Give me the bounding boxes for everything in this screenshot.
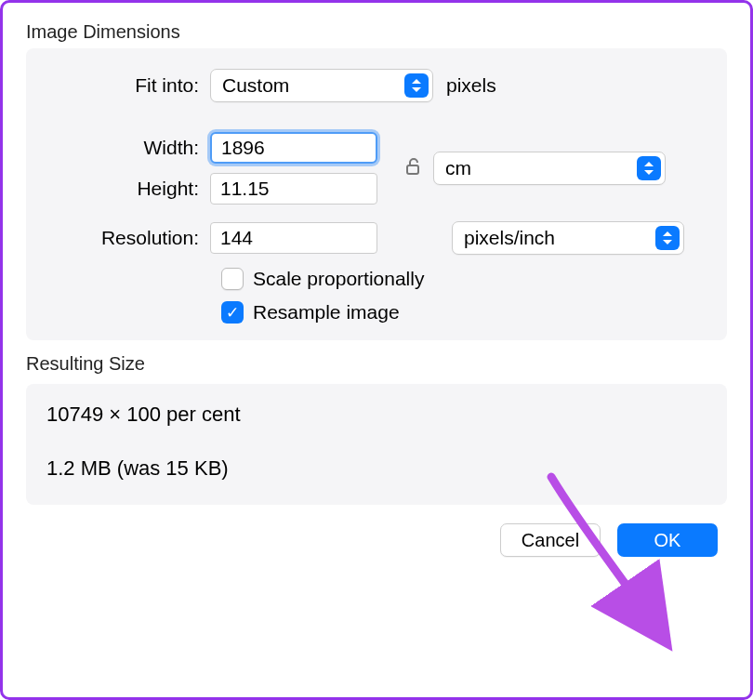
unlock-icon[interactable] — [402, 155, 424, 182]
resolution-label: Resolution: — [43, 227, 210, 249]
annotation-arrow-icon — [523, 468, 691, 654]
chevrons-icon — [404, 73, 429, 98]
section-header-dimensions: Image Dimensions — [26, 21, 727, 43]
fit-into-label: Fit into: — [43, 74, 210, 97]
resolution-row: Resolution: pixels/inch — [43, 221, 710, 255]
check-icon: ✓ — [226, 305, 239, 321]
section-header-resulting: Resulting Size — [26, 353, 727, 375]
scale-proportionally-checkbox[interactable] — [221, 268, 244, 290]
height-input[interactable] — [210, 173, 377, 205]
chevrons-icon — [655, 226, 680, 250]
resample-image-checkbox[interactable]: ✓ — [221, 301, 244, 324]
fit-into-row: Fit into: Custom pixels — [43, 69, 710, 102]
scale-proportionally-label: Scale proportionally — [253, 268, 424, 290]
svg-rect-0 — [407, 165, 418, 174]
unit-value: cm — [445, 157, 471, 179]
chevrons-icon — [637, 156, 661, 180]
resample-image-row: ✓ Resample image — [221, 301, 710, 324]
width-height-block: Width: Height: cm — [43, 132, 710, 205]
width-label: Width: — [43, 137, 210, 159]
fit-into-dropdown[interactable]: Custom — [210, 69, 433, 102]
resolution-unit-value: pixels/inch — [464, 227, 555, 249]
dimensions-panel: Fit into: Custom pixels Width: Height: — [26, 48, 727, 340]
resolution-input[interactable] — [210, 222, 377, 254]
resulting-percent: 10749 × 100 per cent — [46, 403, 707, 427]
resolution-unit-dropdown[interactable]: pixels/inch — [452, 221, 684, 255]
fit-into-value: Custom — [222, 74, 289, 97]
fit-into-suffix: pixels — [446, 74, 496, 97]
resample-image-label: Resample image — [253, 301, 400, 324]
unit-dropdown[interactable]: cm — [433, 152, 666, 185]
scale-proportionally-row: Scale proportionally — [221, 268, 710, 290]
height-label: Height: — [43, 178, 210, 200]
width-input[interactable] — [210, 132, 377, 164]
